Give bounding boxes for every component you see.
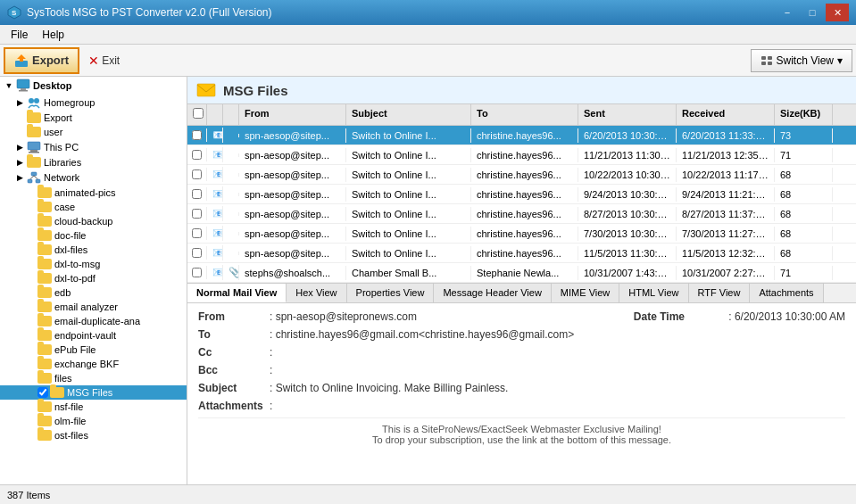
- tab-normal-mail-view[interactable]: Normal Mail View: [187, 284, 287, 302]
- cell-check-5[interactable]: [187, 227, 207, 240]
- svg-rect-18: [36, 179, 40, 183]
- sidebar-item-dxl-files[interactable]: dxl-files: [0, 243, 187, 257]
- tab-mime-view[interactable]: MIME View: [552, 284, 619, 302]
- email-row-4[interactable]: 📧 spn-aesop@sitep... Switch to Online I.…: [187, 204, 856, 224]
- svg-point-11: [29, 98, 34, 103]
- sidebar-item-export[interactable]: Export: [0, 111, 187, 125]
- folder-icon-files: [37, 373, 52, 384]
- folder-icon-ost-files: [37, 430, 52, 441]
- sidebar-item-epub[interactable]: ePub File: [0, 343, 187, 357]
- sidebar-checkbox-msg-files[interactable]: [37, 387, 48, 398]
- cell-check-1[interactable]: [187, 148, 207, 161]
- col-header-from[interactable]: From: [239, 104, 346, 125]
- col-header-icon1[interactable]: [207, 104, 223, 125]
- sidebar[interactable]: ▼ Desktop ▶ Homegroup Export: [0, 77, 187, 484]
- email-row-3[interactable]: 📧 spn-aesop@sitep... Switch to Online I.…: [187, 185, 856, 204]
- minimize-button[interactable]: −: [776, 4, 799, 21]
- cell-sent-6: 11/5/2013 11:30:0...: [578, 246, 677, 260]
- cell-check-4[interactable]: [187, 207, 207, 220]
- close-button[interactable]: ✕: [826, 4, 849, 21]
- col-header-to[interactable]: To: [471, 104, 578, 125]
- cell-icon2-1: [223, 153, 239, 157]
- email-row-5[interactable]: 📧 spn-aesop@sitep... Switch to Online I.…: [187, 224, 856, 244]
- sidebar-label-endpoint-vault: endpoint-vault: [54, 330, 116, 341]
- cell-icon2-5: [223, 232, 239, 235]
- sidebar-item-exchange-bkf[interactable]: exchange BKF: [0, 357, 187, 371]
- sidebar-item-doc-file[interactable]: doc-file: [0, 228, 187, 243]
- sidebar-item-animated-pics[interactable]: animated-pics: [0, 186, 187, 200]
- tab-properties-view[interactable]: Properties View: [347, 284, 435, 302]
- exit-label: Exit: [102, 54, 120, 67]
- sidebar-item-olm-file[interactable]: olm-file: [0, 414, 187, 428]
- sidebar-item-dxl-to-msg[interactable]: dxl-to-msg: [0, 257, 187, 271]
- sidebar-item-endpoint-vault[interactable]: endpoint-vault: [0, 328, 187, 343]
- sidebar-item-desktop[interactable]: ▼ Desktop: [0, 77, 187, 95]
- tab-message-header-view[interactable]: Message Header View: [434, 284, 551, 302]
- cell-check-7[interactable]: [187, 266, 207, 279]
- export-label: Export: [32, 54, 69, 67]
- cell-sent-1: 11/21/2013 11:30:...: [578, 148, 677, 162]
- sidebar-item-email-dup[interactable]: email-duplicate-ana: [0, 314, 187, 328]
- email-row-6[interactable]: 📧 spn-aesop@sitep... Switch to Online I.…: [187, 244, 856, 263]
- cell-icon1-5: 📧: [207, 226, 223, 241]
- app-icon: S: [7, 5, 21, 20]
- sidebar-item-thispc[interactable]: ▶ This PC: [0, 139, 187, 155]
- cell-check-2[interactable]: [187, 168, 207, 181]
- sidebar-item-edb[interactable]: edb: [0, 285, 187, 300]
- switch-view-icon: [760, 54, 773, 67]
- cell-icon2-4: [223, 212, 239, 216]
- sidebar-item-email-analyzer[interactable]: email analyzer: [0, 300, 187, 314]
- col-header-sent[interactable]: Sent: [578, 104, 677, 125]
- folder-icon-nsf-file: [37, 401, 52, 412]
- tab-html-view[interactable]: HTML View: [619, 284, 688, 302]
- col-header-subject[interactable]: Subject: [346, 104, 471, 125]
- email-row-1[interactable]: 📧 spn-aesop@sitep... Switch to Online I.…: [187, 145, 856, 165]
- sidebar-item-ost-files[interactable]: ost-files: [0, 428, 187, 442]
- cell-sent-3: 9/24/2013 10:30:0...: [578, 187, 677, 202]
- sidebar-item-msg-files[interactable]: MSG Files: [0, 385, 187, 400]
- col-header-icon2[interactable]: [223, 104, 239, 125]
- cell-subject-5: Switch to Online I...: [346, 227, 471, 241]
- sidebar-item-user[interactable]: user: [0, 125, 187, 139]
- export-button[interactable]: Export: [4, 47, 79, 74]
- menu-file[interactable]: File: [4, 27, 35, 43]
- sidebar-item-nsf-file[interactable]: nsf-file: [0, 400, 187, 414]
- switch-view-button[interactable]: Switch View ▾: [751, 49, 852, 72]
- sidebar-item-files[interactable]: files: [0, 371, 187, 385]
- sidebar-item-dxl-to-pdf[interactable]: dxl-to-pdf: [0, 271, 187, 285]
- sidebar-label-msg-files: MSG Files: [67, 387, 112, 398]
- datetime-label: Date Time: [613, 310, 685, 323]
- sidebar-item-homegroup[interactable]: ▶ Homegroup: [0, 95, 187, 111]
- menu-help[interactable]: Help: [35, 27, 71, 43]
- sidebar-label-doc-file: doc-file: [54, 230, 86, 241]
- cell-check-3[interactable]: [187, 187, 207, 201]
- cc-value: :: [270, 346, 845, 359]
- exit-button[interactable]: ✕ Exit: [81, 50, 127, 71]
- cell-check-6[interactable]: [187, 246, 207, 260]
- cell-check-0[interactable]: [187, 128, 207, 142]
- sidebar-item-network[interactable]: ▶ Network: [0, 169, 187, 186]
- sidebar-item-libraries[interactable]: ▶ Libraries: [0, 155, 187, 169]
- sidebar-item-case[interactable]: case: [0, 200, 187, 214]
- cell-icon2-0: [223, 134, 239, 137]
- sidebar-label-libraries: Libraries: [44, 157, 81, 168]
- email-row-2[interactable]: 📧 spn-aesop@sitep... Switch to Online I.…: [187, 165, 856, 185]
- col-header-size[interactable]: Size(KB): [775, 104, 833, 125]
- email-row-0[interactable]: 📧 spn-aesop@sitep... Switch to Online I.…: [187, 126, 856, 145]
- cell-size-0: 73: [775, 128, 833, 143]
- tab-hex-view[interactable]: Hex View: [287, 284, 346, 302]
- col-header-check[interactable]: [187, 104, 207, 125]
- tab-rtf-view[interactable]: RTF View: [689, 284, 751, 302]
- title-bar: S SysTools MSG to PST Converter v2.0 (Fu…: [0, 0, 856, 25]
- svg-rect-17: [28, 179, 32, 183]
- cell-size-7: 71: [775, 266, 833, 280]
- folder-icon-doc-file: [37, 230, 52, 241]
- email-row-7[interactable]: 📧 📎 stephs@shoalsch... Chamber Small B..…: [187, 263, 856, 283]
- mail-attachments-field: Attachments :: [198, 400, 845, 412]
- maximize-button[interactable]: □: [801, 4, 824, 21]
- svg-rect-15: [29, 152, 39, 153]
- tab-attachments[interactable]: Attachments: [750, 284, 823, 302]
- select-all-checkbox[interactable]: [193, 108, 204, 119]
- sidebar-item-cloud-backup[interactable]: cloud-backup: [0, 214, 187, 228]
- col-header-received[interactable]: Received: [677, 104, 775, 125]
